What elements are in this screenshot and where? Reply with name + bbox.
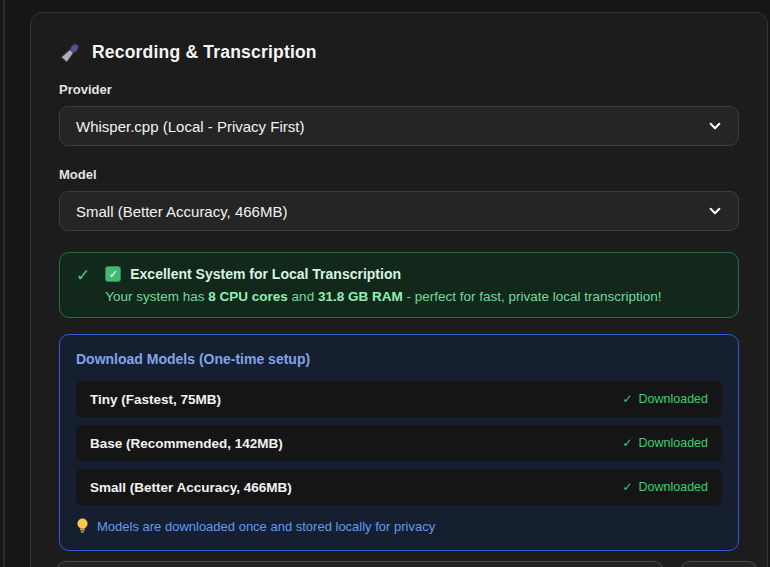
model-status-badge: ✓ Downloaded	[622, 480, 708, 494]
model-status-badge: ✓ Downloaded	[622, 392, 708, 406]
provider-label: Provider	[59, 82, 739, 97]
system-check-content: ✓ Excellent System for Local Transcripti…	[105, 266, 661, 304]
privacy-tip: Models are downloaded once and stored lo…	[76, 518, 722, 534]
model-selected-value: Small (Better Accuracy, 466MB)	[76, 203, 287, 220]
panel-header: Recording & Transcription	[59, 41, 739, 64]
cutoff-next-control[interactable]	[57, 561, 663, 567]
download-models-title: Download Models (One-time setup)	[76, 351, 722, 367]
check-icon: ✓	[76, 266, 90, 304]
lightbulb-icon	[76, 518, 89, 534]
chevron-down-icon	[708, 119, 722, 133]
status-text: Downloaded	[639, 392, 709, 406]
adjacent-panel-edge	[3, 0, 5, 567]
model-status-badge: ✓ Downloaded	[622, 436, 708, 450]
model-name: Small (Better Accuracy, 466MB)	[90, 480, 292, 495]
model-select[interactable]: Small (Better Accuracy, 466MB)	[59, 191, 739, 231]
cutoff-next-button[interactable]	[681, 561, 757, 567]
panel-title: Recording & Transcription	[92, 42, 317, 63]
system-check-title: Excellent System for Local Transcription	[130, 266, 401, 282]
microphone-icon	[59, 41, 82, 64]
cpu-cores-value: 8 CPU cores	[208, 289, 288, 304]
status-text: Downloaded	[639, 480, 709, 494]
model-row-tiny[interactable]: Tiny (Fastest, 75MB) ✓ Downloaded	[76, 381, 722, 417]
ram-value: 31.8 GB RAM	[318, 289, 403, 304]
model-name: Base (Recommended, 142MB)	[90, 436, 283, 451]
download-models-section: Download Models (One-time setup) Tiny (F…	[59, 334, 739, 551]
model-row-base[interactable]: Base (Recommended, 142MB) ✓ Downloaded	[76, 425, 722, 461]
check-icon: ✓	[622, 436, 632, 450]
model-label: Model	[59, 167, 739, 182]
message-suffix: - perfect for fast, private local transc…	[403, 289, 662, 304]
recording-transcription-panel: Recording & Transcription Provider Whisp…	[30, 12, 768, 567]
model-row-small[interactable]: Small (Better Accuracy, 466MB) ✓ Downloa…	[76, 469, 722, 505]
provider-selected-value: Whisper.cpp (Local - Privacy First)	[76, 118, 304, 135]
provider-select[interactable]: Whisper.cpp (Local - Privacy First)	[59, 106, 739, 146]
status-text: Downloaded	[639, 436, 709, 450]
message-conjunction: and	[288, 289, 318, 304]
chevron-down-icon	[708, 204, 722, 218]
system-check-alert: ✓ ✓ Excellent System for Local Transcrip…	[59, 252, 739, 318]
system-check-message: Your system has 8 CPU cores and 31.8 GB …	[105, 289, 661, 304]
privacy-tip-text: Models are downloaded once and stored lo…	[97, 519, 435, 534]
check-icon: ✓	[622, 480, 632, 494]
model-name: Tiny (Fastest, 75MB)	[90, 392, 221, 407]
checked-checkbox-icon: ✓	[105, 266, 121, 282]
message-prefix: Your system has	[105, 289, 208, 304]
check-icon: ✓	[622, 392, 632, 406]
